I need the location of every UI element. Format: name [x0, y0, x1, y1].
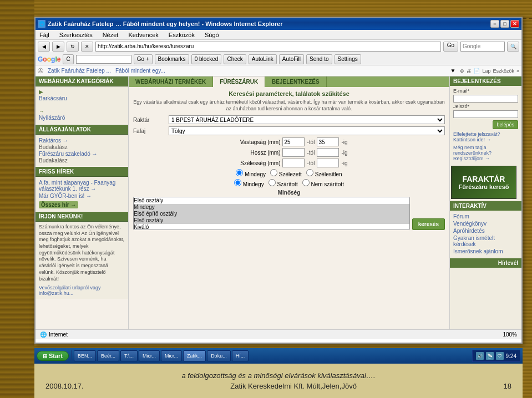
minimize-button[interactable]: −: [490, 20, 499, 28]
forgot-link[interactable]: Elfelejtette jelszavát? Kattintson ide! …: [453, 131, 518, 142]
taskbar-item-2[interactable]: T:\...: [120, 350, 138, 361]
login-header: BEJELENTKEZÉS: [450, 76, 521, 86]
taskbar-item-6[interactable]: Doku...: [207, 350, 231, 361]
bookmarks-button[interactable]: Bookmarks: [155, 54, 189, 64]
settings-button[interactable]: Settings: [335, 54, 361, 64]
quality-opt-1[interactable]: Mindegy: [134, 204, 409, 211]
systray-icon-2: 📡: [486, 352, 494, 360]
autofill-button[interactable]: AutoFill: [279, 54, 304, 64]
faraktar-line1: FARAKTÁR: [458, 175, 509, 183]
job-fureszaru[interactable]: Fűrészáru szakeladó →: [39, 150, 125, 157]
radio1-1[interactable]: [236, 169, 243, 176]
quality-opt-4[interactable]: Kiváló: [134, 224, 409, 230]
category-nyilaszaro[interactable]: Nyílászáró: [39, 114, 125, 121]
bottom-italic-text: a feldolgozottság és a minőségi elváráso…: [181, 371, 375, 380]
go-button[interactable]: Go: [443, 42, 458, 52]
news-all[interactable]: Összes hír →: [39, 201, 78, 208]
search-input[interactable]: [460, 42, 505, 52]
maximize-button[interactable]: □: [500, 20, 509, 28]
radio2-3[interactable]: [302, 179, 310, 186]
news-item-2[interactable]: Már GYŐR-ben is! →: [39, 192, 125, 200]
taskbar-item-4[interactable]: Micr...: [161, 350, 182, 361]
menu-help[interactable]: Súgó: [203, 31, 221, 39]
blocked-button[interactable]: 0 blocked: [191, 54, 222, 64]
taskbar-item-5[interactable]: Zatik...: [183, 350, 206, 361]
szelesseg-to[interactable]: [317, 159, 339, 167]
quality-opt-2[interactable]: Első építő osztály: [134, 211, 409, 217]
menu-view[interactable]: Nézet: [101, 31, 120, 39]
interaktiv-aprohirdetes[interactable]: Apróhirdetés: [453, 227, 518, 234]
google-c-button[interactable]: C: [63, 54, 73, 64]
arrow-barkacs: ▶: [39, 89, 43, 95]
radio2-2[interactable]: [268, 179, 276, 186]
address-bar-area: ◀ ▶ ↻ ✕ Go 🔍: [36, 40, 521, 53]
check-button[interactable]: Check: [224, 54, 246, 64]
interaktiv-section: INTERAKTÍV Fórum Vendégkönyv Apróhirdeté…: [450, 201, 521, 257]
fafaj-row: Fafaj Tölgy: [133, 126, 445, 135]
login-content: E-mail* Jelszó* belépés Elfelejtette jel…: [450, 86, 521, 164]
autolink-button[interactable]: AutoLink: [249, 54, 277, 64]
faraktar-banner[interactable]: FARAKTÁR Fűrészáru kereső: [451, 166, 516, 199]
back-button[interactable]: ◀: [38, 42, 50, 52]
taskbar-item-3[interactable]: Micr...: [139, 350, 160, 361]
login-button[interactable]: belépés: [493, 120, 518, 129]
hossz-from[interactable]: [282, 148, 305, 157]
radio1-label-3: Szélesítlen: [306, 169, 342, 177]
bottom-company: Zatik Kereskedelmi Kft. Múlt,Jelen,Jövő: [230, 382, 357, 390]
start-button[interactable]: ⊞ Start: [37, 351, 69, 361]
links-link-2[interactable]: Fából mindent egy...: [115, 68, 165, 74]
interaktiv-gyik[interactable]: Gyakran ismételt kérdések: [453, 234, 518, 248]
interaktiv-forum[interactable]: Fórum: [453, 213, 518, 220]
links-link-1[interactable]: Zatik Faáruház Fatelep ...: [48, 68, 111, 74]
tab-fureszaruk[interactable]: FŰRÉSZÁRUK: [213, 76, 265, 87]
menu-favorites[interactable]: Kedvencek: [126, 31, 160, 39]
interaktiv-ismerosnek[interactable]: Ismerősnek ajánlom: [453, 248, 518, 255]
left-wood-panel: [0, 0, 34, 398]
search-go-button[interactable]: 🔍: [507, 42, 519, 52]
browser-window: 🌐 Zatik Faáruház Fatelep … Fából mindent…: [34, 17, 523, 344]
taskbar-item-7[interactable]: Hí...: [232, 350, 249, 361]
category-barkacs[interactable]: Barkácsáru: [39, 95, 125, 102]
menu-file[interactable]: Fájl: [38, 31, 51, 39]
write-link[interactable]: Vevőszolgálati ürlapról vagy info@zatik.…: [39, 284, 125, 297]
links-dropdown[interactable]: ▼: [450, 68, 456, 74]
refresh-button[interactable]: ↻: [67, 42, 79, 52]
job-raktaros[interactable]: Raktáros →: [39, 137, 125, 144]
status-right: 100%: [503, 331, 517, 338]
tab-login[interactable]: BEJELENTKEZÉS: [265, 76, 327, 87]
interaktiv-vendegkonyv[interactable]: Vendégkönyv: [453, 220, 518, 227]
menu-edit[interactable]: Szerkesztés: [58, 31, 94, 39]
close-button[interactable]: ✕: [510, 20, 519, 28]
vastag-to[interactable]: [317, 137, 339, 146]
taskbar-item-0[interactable]: BEN...: [74, 350, 96, 361]
address-input[interactable]: [95, 42, 441, 52]
raktar-select[interactable]: 1 BPEST ÁRUHÁZ ELADÓTERE: [169, 115, 445, 124]
radio1-3[interactable]: [306, 169, 313, 176]
radio1-2[interactable]: [270, 169, 277, 176]
szelesseg-from[interactable]: [282, 159, 305, 167]
google-toolbar: Google C Go + Bookmarks 0 blocked Check …: [36, 53, 521, 65]
google-search-input[interactable]: [76, 55, 131, 64]
bottom-page-num: 18: [504, 382, 511, 390]
quality-opt-3[interactable]: Első osztály: [134, 217, 409, 224]
send-to-button[interactable]: Send to: [306, 54, 332, 64]
write-text: Számunkra fontos az Ön véleménye, ossza …: [39, 224, 125, 282]
menu-tools[interactable]: Eszközök: [167, 31, 196, 39]
fafaj-select[interactable]: Tölgy: [169, 126, 445, 135]
search-button[interactable]: keresés: [412, 218, 445, 230]
radio2-1[interactable]: [234, 179, 241, 186]
hossz-to[interactable]: [317, 148, 339, 157]
status-globe-icon: 🌐: [40, 331, 47, 338]
register-link[interactable]: Még nem tagja rendszerünknek? Regisztrál…: [453, 145, 518, 161]
quality-select[interactable]: Első osztály Mindegy Első építő osztály …: [133, 197, 410, 230]
vastag-from[interactable]: [282, 137, 305, 146]
tab-webshop[interactable]: WEBÁRUHÁZI TERMÉKEK: [129, 76, 213, 87]
taskbar-item-1[interactable]: Beér...: [97, 350, 119, 361]
quality-opt-0[interactable]: Első osztály: [134, 197, 409, 204]
news-item-1[interactable]: A fa, mint alapanyag - Faanyag választék…: [39, 179, 125, 192]
go-plus-button[interactable]: Go +: [134, 54, 153, 64]
forward-button[interactable]: ▶: [52, 42, 64, 52]
stop-button[interactable]: ✕: [81, 42, 93, 52]
email-input[interactable]: [453, 95, 518, 103]
password-input[interactable]: [453, 110, 518, 118]
